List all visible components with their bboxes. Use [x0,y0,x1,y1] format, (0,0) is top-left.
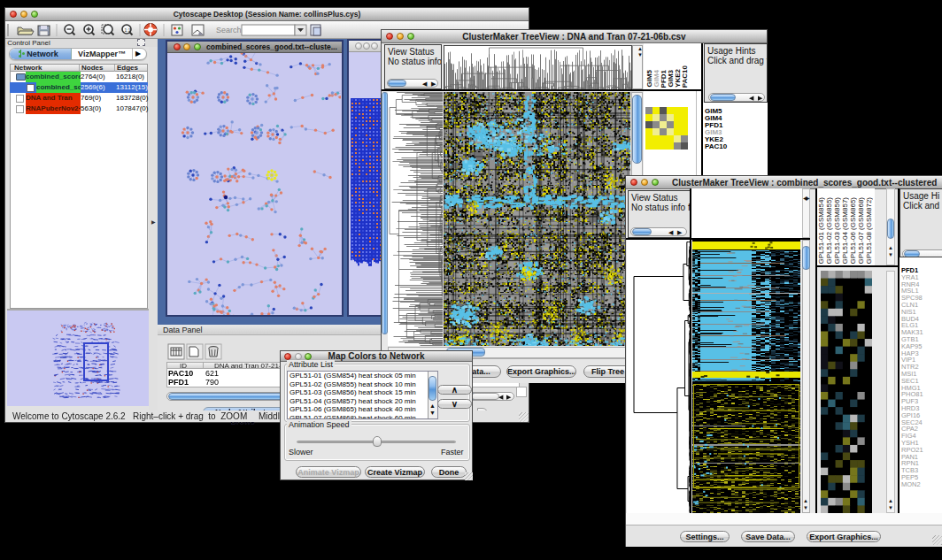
svg-text:Search:: Search: [216,26,243,35]
svg-text:1:1: 1:1 [125,27,131,33]
